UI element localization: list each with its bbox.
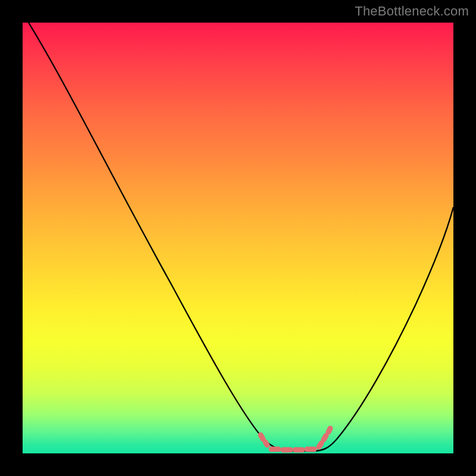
svg-line-0 bbox=[261, 435, 263, 439]
chart-plot-area bbox=[23, 23, 453, 453]
svg-line-1 bbox=[265, 442, 267, 445]
chart-frame: TheBottleneck.com bbox=[0, 0, 476, 476]
svg-line-6 bbox=[319, 443, 321, 447]
curve-path bbox=[29, 23, 453, 451]
watermark-text: TheBottleneck.com bbox=[355, 4, 469, 19]
bottleneck-curve bbox=[23, 23, 453, 453]
svg-line-7 bbox=[324, 436, 326, 440]
svg-line-8 bbox=[328, 428, 330, 432]
flat-bottom-marker bbox=[261, 428, 330, 450]
